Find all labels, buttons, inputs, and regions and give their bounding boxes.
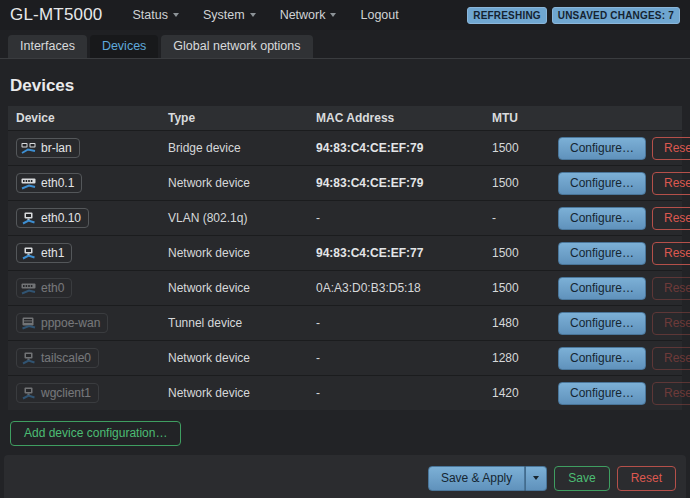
- table-row: eth0.10 VLAN (802.1q) - - Configure… Res…: [8, 200, 682, 235]
- tab-bar: Interfaces Devices Global network option…: [0, 30, 690, 59]
- device-badge: tailscale0: [16, 348, 99, 368]
- col-header-mtu: MTU: [484, 111, 550, 125]
- reset-button: Reset: [652, 277, 690, 300]
- devices-table: Device Type MAC Address MTU br-lan Bridg…: [8, 106, 682, 410]
- device-badge: wgclient1: [16, 383, 99, 403]
- port-icon: [21, 387, 36, 400]
- device-mac: 94:83:C4:CE:EF:79: [308, 137, 484, 159]
- tab-devices[interactable]: Devices: [90, 35, 158, 58]
- device-mtu: 1280: [484, 347, 550, 369]
- page-title: Devices: [10, 76, 680, 96]
- device-mac: 0A:A3:D0:B3:D5:18: [308, 277, 484, 299]
- switch-icon: [21, 177, 36, 190]
- footer-action-bar: Save & Apply Save Reset: [4, 455, 686, 498]
- reset-button[interactable]: Reset: [652, 242, 690, 265]
- table-row: eth0 Network device 0A:A3:D0:B3:D5:18 15…: [8, 270, 682, 305]
- col-header-type: Type: [160, 111, 308, 125]
- reset-button[interactable]: Reset: [652, 172, 690, 195]
- table-row: eth0.1 Network device 94:83:C4:CE:EF:79 …: [8, 165, 682, 200]
- chevron-down-icon: [533, 476, 539, 480]
- configure-button[interactable]: Configure…: [558, 347, 646, 370]
- brand-title: GL-MT5000: [10, 5, 103, 25]
- table-row: wgclient1 Network device - 1420 Configur…: [8, 375, 682, 410]
- nav-status-label: Status: [133, 8, 168, 22]
- col-header-device: Device: [8, 111, 160, 125]
- main-nav: Status System Network Logout: [133, 8, 399, 22]
- reset-button: Reset: [652, 312, 690, 335]
- table-body: br-lan Bridge device 94:83:C4:CE:EF:79 1…: [8, 130, 682, 410]
- nav-network[interactable]: Network: [280, 8, 337, 22]
- device-badge: eth0.1: [16, 173, 82, 193]
- configure-button[interactable]: Configure…: [558, 382, 646, 405]
- device-mtu: 1500: [484, 172, 550, 194]
- tab-interfaces[interactable]: Interfaces: [8, 35, 87, 58]
- table-row: tailscale0 Network device - 1280 Configu…: [8, 340, 682, 375]
- configure-button[interactable]: Configure…: [558, 277, 646, 300]
- unsaved-changes-badge[interactable]: UNSAVED CHANGES: 7: [552, 7, 680, 24]
- reset-all-button[interactable]: Reset: [617, 466, 676, 491]
- device-type: Network device: [160, 242, 308, 264]
- port-icon: [21, 247, 36, 260]
- table-row: pppoe-wan Tunnel device - 1480 Configure…: [8, 305, 682, 340]
- device-name: tailscale0: [41, 351, 91, 365]
- reset-button[interactable]: Reset: [652, 207, 690, 230]
- configure-button[interactable]: Configure…: [558, 137, 646, 160]
- refreshing-badge[interactable]: REFRESHING: [467, 7, 547, 24]
- device-mtu: 1500: [484, 277, 550, 299]
- bridge-icon: [21, 142, 36, 155]
- save-button[interactable]: Save: [554, 466, 609, 491]
- table-header-row: Device Type MAC Address MTU: [8, 106, 682, 130]
- device-type: Network device: [160, 347, 308, 369]
- device-mac: -: [308, 207, 484, 229]
- add-device-configuration-button[interactable]: Add device configuration…: [10, 421, 181, 446]
- device-type: Bridge device: [160, 137, 308, 159]
- tab-global-network-options[interactable]: Global network options: [161, 35, 312, 58]
- table-row: br-lan Bridge device 94:83:C4:CE:EF:79 1…: [8, 130, 682, 165]
- device-mtu: 1420: [484, 382, 550, 404]
- nav-status[interactable]: Status: [133, 8, 179, 22]
- device-name: eth0: [41, 281, 64, 295]
- device-name: br-lan: [41, 141, 72, 155]
- chevron-down-icon: [330, 13, 336, 17]
- nav-system[interactable]: System: [203, 8, 256, 22]
- nav-logout[interactable]: Logout: [360, 8, 398, 22]
- device-type: Network device: [160, 382, 308, 404]
- chevron-down-icon: [250, 13, 256, 17]
- device-name: eth0.10: [41, 211, 81, 225]
- configure-button[interactable]: Configure…: [558, 242, 646, 265]
- configure-button[interactable]: Configure…: [558, 207, 646, 230]
- save-apply-button[interactable]: Save & Apply: [428, 466, 525, 491]
- device-name: wgclient1: [41, 386, 91, 400]
- tunnel-icon: [21, 317, 36, 330]
- device-name: eth1: [41, 246, 64, 260]
- save-apply-dropdown-button[interactable]: [525, 466, 547, 491]
- device-name: eth0.1: [41, 176, 74, 190]
- device-type: Network device: [160, 172, 308, 194]
- device-badge: eth1: [16, 243, 72, 263]
- port-icon: [21, 352, 36, 365]
- table-row: eth1 Network device 94:83:C4:CE:EF:77 15…: [8, 235, 682, 270]
- reset-button: Reset: [652, 382, 690, 405]
- device-badge: eth0: [16, 278, 72, 298]
- device-name: pppoe-wan: [41, 316, 100, 330]
- nav-network-label: Network: [280, 8, 326, 22]
- device-mac: 94:83:C4:CE:EF:77: [308, 242, 484, 264]
- nav-logout-label: Logout: [360, 8, 398, 22]
- device-mac: 94:83:C4:CE:EF:79: [308, 172, 484, 194]
- device-type: VLAN (802.1q): [160, 207, 308, 229]
- device-mtu: 1480: [484, 312, 550, 334]
- save-apply-split-button: Save & Apply: [428, 466, 547, 491]
- device-mac: -: [308, 382, 484, 404]
- col-header-mac: MAC Address: [308, 111, 484, 125]
- device-mac: -: [308, 312, 484, 334]
- device-mtu: 1500: [484, 137, 550, 159]
- configure-button[interactable]: Configure…: [558, 172, 646, 195]
- switch-icon: [21, 282, 36, 295]
- port-icon: [21, 212, 36, 225]
- reset-button[interactable]: Reset: [652, 137, 690, 160]
- reset-button: Reset: [652, 347, 690, 370]
- device-type: Network device: [160, 277, 308, 299]
- device-mtu: 1500: [484, 242, 550, 264]
- device-mac: -: [308, 347, 484, 369]
- configure-button[interactable]: Configure…: [558, 312, 646, 335]
